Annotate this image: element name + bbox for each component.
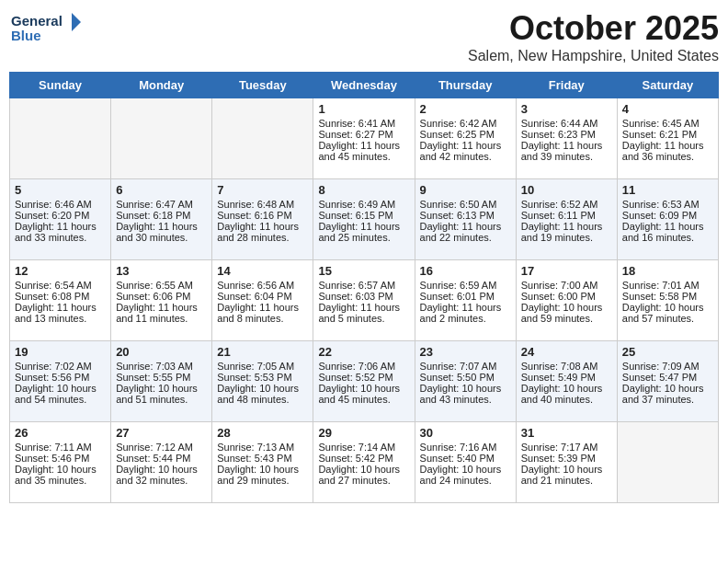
day-number: 20 [116,345,207,359]
day-number: 27 [116,426,207,440]
calendar-day-cell: 22Sunrise: 7:06 AMSunset: 5:52 PMDayligh… [313,341,415,422]
sunset-text: Sunset: 6:06 PM [116,291,207,302]
calendar-day-cell: 20Sunrise: 7:03 AMSunset: 5:55 PMDayligh… [111,341,212,422]
month-title: October 2025 [468,9,719,48]
day-number: 6 [116,183,207,197]
calendar-day-cell: 11Sunrise: 6:53 AMSunset: 6:09 PMDayligh… [617,179,718,260]
title-section: October 2025 Salem, New Hampshire, Unite… [468,9,719,64]
daylight-text: Daylight: 11 hours and 19 minutes. [521,221,612,243]
sunrise-text: Sunrise: 7:12 AM [116,442,207,453]
sunrise-text: Sunrise: 6:54 AM [15,280,106,291]
day-number: 26 [15,426,106,440]
calendar-week-row: 12Sunrise: 6:54 AMSunset: 6:08 PMDayligh… [10,260,719,341]
daylight-text: Daylight: 10 hours and 32 minutes. [116,464,207,486]
page-header: General Blue October 2025 Salem, New Ham… [9,9,719,64]
sunset-text: Sunset: 6:03 PM [318,291,409,302]
daylight-text: Daylight: 10 hours and 54 minutes. [15,383,106,405]
day-number: 23 [420,345,511,359]
daylight-text: Daylight: 11 hours and 39 minutes. [521,140,612,162]
calendar-day-cell: 5Sunrise: 6:46 AMSunset: 6:20 PMDaylight… [10,179,111,260]
day-number: 5 [15,183,106,197]
day-number: 4 [622,102,713,116]
calendar-day-cell: 3Sunrise: 6:44 AMSunset: 6:23 PMDaylight… [516,98,617,179]
calendar-day-cell: 13Sunrise: 6:55 AMSunset: 6:06 PMDayligh… [111,260,212,341]
day-number: 21 [217,345,308,359]
daylight-text: Daylight: 11 hours and 16 minutes. [622,221,713,243]
sunrise-text: Sunrise: 7:05 AM [217,361,308,372]
logo: General Blue [9,9,83,46]
sunrise-text: Sunrise: 7:07 AM [420,361,511,372]
day-number: 2 [420,102,511,116]
day-number: 14 [217,264,308,278]
calendar-day-cell: 15Sunrise: 6:57 AMSunset: 6:03 PMDayligh… [313,260,415,341]
svg-text:Blue: Blue [11,28,41,43]
daylight-text: Daylight: 11 hours and 25 minutes. [318,221,409,243]
sunset-text: Sunset: 6:23 PM [521,129,612,140]
daylight-text: Daylight: 10 hours and 51 minutes. [116,383,207,405]
calendar-day-cell [111,98,212,179]
daylight-text: Daylight: 11 hours and 28 minutes. [217,221,308,243]
sunset-text: Sunset: 5:53 PM [217,372,308,383]
weekday-header: Monday [111,73,212,98]
calendar-week-row: 19Sunrise: 7:02 AMSunset: 5:56 PMDayligh… [10,341,719,422]
weekday-header: Friday [516,73,617,98]
sunset-text: Sunset: 5:58 PM [622,291,713,302]
day-number: 9 [420,183,511,197]
daylight-text: Daylight: 10 hours and 21 minutes. [521,464,612,486]
sunset-text: Sunset: 5:52 PM [318,372,409,383]
day-number: 25 [622,345,713,359]
sunset-text: Sunset: 6:04 PM [217,291,308,302]
daylight-text: Daylight: 10 hours and 45 minutes. [318,383,409,405]
calendar-day-cell: 10Sunrise: 6:52 AMSunset: 6:11 PMDayligh… [516,179,617,260]
sunset-text: Sunset: 6:25 PM [420,129,511,140]
day-number: 15 [318,264,409,278]
day-number: 18 [622,264,713,278]
sunrise-text: Sunrise: 6:56 AM [217,280,308,291]
sunset-text: Sunset: 5:42 PM [318,453,409,464]
daylight-text: Daylight: 11 hours and 8 minutes. [217,302,308,324]
header-row: SundayMondayTuesdayWednesdayThursdayFrid… [10,73,719,98]
calendar-day-cell [212,98,313,179]
calendar-week-row: 26Sunrise: 7:11 AMSunset: 5:46 PMDayligh… [10,422,719,503]
sunrise-text: Sunrise: 6:45 AM [622,118,713,129]
daylight-text: Daylight: 10 hours and 27 minutes. [318,464,409,486]
calendar-day-cell: 29Sunrise: 7:14 AMSunset: 5:42 PMDayligh… [313,422,415,503]
sunrise-text: Sunrise: 6:48 AM [217,199,308,210]
sunrise-text: Sunrise: 6:47 AM [116,199,207,210]
weekday-header: Sunday [10,73,111,98]
sunrise-text: Sunrise: 7:03 AM [116,361,207,372]
sunrise-text: Sunrise: 7:14 AM [318,442,409,453]
sunrise-text: Sunrise: 7:02 AM [15,361,106,372]
daylight-text: Daylight: 10 hours and 24 minutes. [420,464,511,486]
sunrise-text: Sunrise: 7:01 AM [622,280,713,291]
sunrise-text: Sunrise: 6:50 AM [420,199,511,210]
sunset-text: Sunset: 6:27 PM [318,129,409,140]
day-number: 22 [318,345,409,359]
calendar-day-cell: 14Sunrise: 6:56 AMSunset: 6:04 PMDayligh… [212,260,313,341]
sunset-text: Sunset: 5:40 PM [420,453,511,464]
sunset-text: Sunset: 6:00 PM [521,291,612,302]
sunrise-text: Sunrise: 6:53 AM [622,199,713,210]
sunrise-text: Sunrise: 7:16 AM [420,442,511,453]
calendar-day-cell: 26Sunrise: 7:11 AMSunset: 5:46 PMDayligh… [10,422,111,503]
sunrise-text: Sunrise: 6:42 AM [420,118,511,129]
svg-text:General: General [11,13,63,29]
day-number: 12 [15,264,106,278]
weekday-header: Wednesday [313,73,415,98]
calendar-day-cell: 25Sunrise: 7:09 AMSunset: 5:47 PMDayligh… [617,341,718,422]
calendar-day-cell: 27Sunrise: 7:12 AMSunset: 5:44 PMDayligh… [111,422,212,503]
day-number: 11 [622,183,713,197]
sunset-text: Sunset: 5:43 PM [217,453,308,464]
day-number: 7 [217,183,308,197]
sunrise-text: Sunrise: 6:49 AM [318,199,409,210]
daylight-text: Daylight: 11 hours and 5 minutes. [318,302,409,324]
calendar-day-cell [10,98,111,179]
daylight-text: Daylight: 11 hours and 36 minutes. [622,140,713,162]
day-number: 28 [217,426,308,440]
sunrise-text: Sunrise: 7:17 AM [521,442,612,453]
sunrise-text: Sunrise: 7:00 AM [521,280,612,291]
daylight-text: Daylight: 10 hours and 43 minutes. [420,383,511,405]
daylight-text: Daylight: 11 hours and 30 minutes. [116,221,207,243]
calendar-day-cell: 7Sunrise: 6:48 AMSunset: 6:16 PMDaylight… [212,179,313,260]
daylight-text: Daylight: 10 hours and 29 minutes. [217,464,308,486]
